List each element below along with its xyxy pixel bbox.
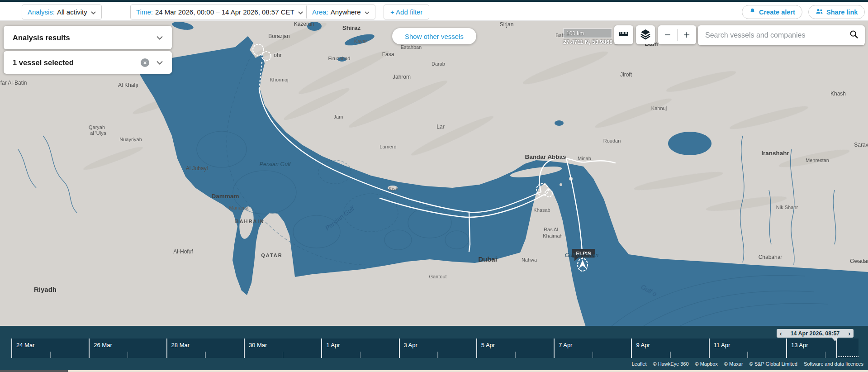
cursor-coordinates: 27.4711 N, 53.9868 E [563,39,618,45]
map-label-ohr: ohr [274,52,281,58]
timeline-tick-label: 11 Apr [714,342,730,348]
search-icon[interactable] [849,30,859,41]
current-time-caret [832,338,838,341]
map-label-lar: Lar [436,124,444,130]
map-label-kavar: Kavar [354,38,367,44]
timeline-tick-label: 1 Apr [326,342,340,348]
bottom-strip-dark-segment [0,370,68,372]
timeline-tick-minor [128,352,128,358]
timeline-tick-minor [360,352,361,358]
filter-area-label: Area: [312,8,328,16]
map-attribution: Leaflet© HawkEye 360© Mapbox© Maxar© S&P… [631,361,863,367]
attribution-link[interactable]: © HawkEye 360 [653,361,689,367]
filter-time-value: 24 Mar 2026, 00:00 – 14 Apr 2026, 08:57 … [155,8,294,16]
map-label-shiraz: Shiraz [342,24,361,31]
map-scale-label: 100 km [566,30,584,37]
attribution-link[interactable]: Leaflet [631,361,646,367]
map-label-al-khafji: Al Khafji [118,82,138,88]
vessel-selected-label: 1 vessel selected [13,58,141,67]
search-input[interactable] [704,31,849,40]
map-label-bandar-abbas: Bandar Abbas [525,153,566,160]
chevron-down-icon[interactable] [157,58,163,67]
window-top-strip [0,0,868,2]
map-label-kahnuj: Kahnuj [651,105,667,111]
step-back-icon[interactable]: ‹ [780,330,782,337]
filter-time-label: Time: [136,8,153,16]
show-other-vessels-button[interactable]: Show other vessels [392,28,476,44]
current-time-chip[interactable]: ‹ 14 Apr 2026, 08:57 › [777,329,854,338]
clear-selection-icon[interactable]: × [141,58,149,67]
map-label-nik-shahr: Nik Shahr [776,205,798,210]
filter-analysis-label: Analysis: [28,8,55,16]
map-label-nahwa: Nahwa [522,257,537,262]
add-filter-button[interactable]: + Add filter [384,5,429,19]
filter-area[interactable]: Area: Anywhere [306,5,375,19]
map-label-gantout: Gantout [429,274,446,279]
measure-tool-button[interactable] [614,25,633,44]
timeline-tick-minor [670,352,671,358]
timeline-tick-minor [747,352,748,358]
timeline-tick-major [631,339,632,358]
filter-area-value: Anywhere [331,8,361,16]
analysis-results-title: Analysis results [13,33,157,42]
vessel-selected-panel[interactable]: 1 vessel selected × [4,51,172,74]
map-label-far-al-batin: far Al-Batin [0,80,27,86]
timeline-track[interactable] [11,339,859,358]
analysis-results-panel[interactable]: Analysis results [4,26,172,49]
timeline-tick-label: 7 Apr [559,342,572,348]
map-label-al-jubayl: Al Jubayl [186,165,208,172]
chevron-down-icon [298,8,303,16]
timeline-tick-minor [825,352,826,358]
map-label-ras-al: Ras Al [544,227,558,232]
current-time-marker[interactable] [836,339,837,358]
map-label-sirjan: Sirjan [500,21,514,28]
chevron-down-icon[interactable] [157,33,163,42]
timeline-tick-major [399,339,400,358]
map-label-kish: Kish [389,186,398,191]
map-label-khormoj: Khormoj [270,77,289,82]
map-label-minab: Minab [578,156,591,161]
map-label-persian-gulf: Persian Gulf [260,161,291,167]
zoom-out-button[interactable]: − [658,25,677,44]
map-label-khash: Khash [830,91,846,97]
filter-time[interactable]: Time: 24 Mar 2026, 00:00 – 14 Apr 2026, … [130,5,309,19]
map-label-gulf-of-oman: Gulf of Oman [565,252,598,258]
map-label-borazjan: Borazjan [268,33,289,39]
filter-analysis[interactable]: Analysis: All activity [22,5,102,19]
zoom-in-button[interactable]: + [678,25,697,44]
timeline-tick-major [554,339,555,358]
timeline-tick-label: 5 Apr [481,342,495,348]
timeline-tick-label: 28 Mar [171,342,190,348]
timeline-tick-major [476,339,477,358]
filter-analysis-value: All activity [57,8,87,16]
timeline-tick-major [709,339,710,358]
create-alert-button[interactable]: Create alert [742,5,802,19]
bottom-strip [0,370,868,372]
layers-button[interactable] [636,25,655,44]
share-link-button[interactable]: Share link [808,5,865,19]
map-label-mehrestan: Mehrestan [806,157,829,163]
timeline-tick-label: 3 Apr [404,342,417,348]
step-forward-icon[interactable]: › [848,330,850,337]
map-label-lamerd: Lamerd [379,144,396,149]
show-other-vessels-label: Show other vessels [405,33,464,40]
attribution-link[interactable]: © Maxar [724,361,743,367]
map-label-nuayriyah: Nuayriyah [119,137,142,142]
attribution-link[interactable]: © Mapbox [695,361,718,367]
timeline-tick-minor [515,352,516,358]
attribution-link[interactable]: Software and data licences [804,361,863,367]
map-label-chabahar: Chabahar [759,254,783,260]
timeline[interactable]: 24 Mar26 Mar28 Mar30 Mar1 Apr3 Apr5 Apr7… [0,326,868,370]
vessel-search[interactable] [698,25,865,45]
share-link-label: Share link [826,9,858,16]
map-label-al-hofuf: Al-Hofuf [173,248,193,255]
zoom-control: − + [658,25,696,44]
timeline-tick-label: 24 Mar [16,342,34,348]
attribution-link[interactable]: © S&P Global Limited [749,361,797,367]
timeline-tick-major [321,339,322,358]
timeline-tick-minor [437,352,438,358]
timeline-tick-major [11,339,12,358]
current-time-label: 14 Apr 2026, 08:57 [791,330,840,337]
map-label-bahrain: BAHRAIN [235,219,265,224]
map-label-estahban: Estahban [401,44,422,50]
